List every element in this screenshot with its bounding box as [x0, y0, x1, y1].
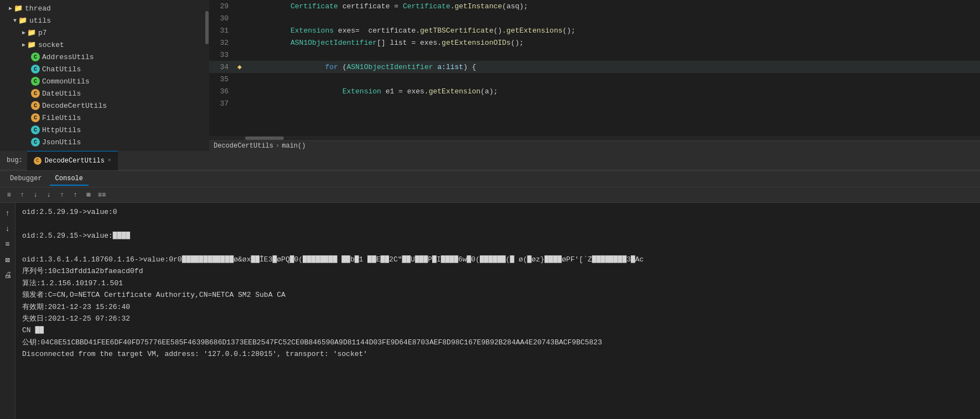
sidebar-label-addressutils: AddressUtils: [42, 53, 94, 61]
sidebar-item-socket[interactable]: ▶ 📁 socket: [0, 39, 205, 51]
class-icon-httputils: C: [31, 125, 40, 134]
sidebar-scrollbar-thumb[interactable]: [205, 11, 209, 44]
sidebar-item-addressutils[interactable]: C AddressUtils: [0, 51, 205, 63]
class-icon-addressutils: C: [31, 53, 40, 61]
folder-icon-thread: 📁: [14, 4, 23, 13]
class-icon-dateutils: C: [31, 89, 40, 98]
sidebar-item-fileutils[interactable]: C FileUtils: [0, 112, 205, 124]
sidebar-item-httputils[interactable]: C HttpUtils: [0, 124, 205, 136]
console-line-4: [22, 242, 973, 253]
sidebar-item-dateutils[interactable]: C DateUtils: [0, 87, 205, 99]
side-btn-menu[interactable]: ≡: [2, 238, 14, 250]
console-line-disconnect: Disconnected from the target VM, address…: [22, 348, 973, 360]
console-line-algo: 算法:1.2.156.10197.1.501: [22, 277, 973, 289]
class-icon-chatutils: C: [31, 65, 40, 74]
line-num-35: 35: [209, 75, 234, 83]
panel-toolbar: ≡ ↑ ↓ ↓ ↑ ↑ ⊞ ≡≡: [0, 187, 980, 203]
line-num-29: 29: [209, 2, 234, 11]
side-btn-print[interactable]: 🖨: [2, 269, 14, 281]
panel-tabs: Debugger Console: [0, 171, 980, 187]
arrow-p7: ▶: [22, 29, 25, 36]
console-output: oid:2.5.29.19->value:0 oid:2.5.29.15->va…: [15, 203, 980, 419]
toolbar-btn-up2[interactable]: ↑: [56, 190, 68, 201]
line-num-32: 32: [209, 39, 234, 47]
sidebar-item-jsonutils[interactable]: C JsonUtils: [0, 136, 205, 148]
sidebar-label-utils: utils: [29, 17, 51, 25]
line-num-37: 37: [209, 99, 234, 108]
console-line-issuer: 颁发者:C=CN,O=NETCA Certificate Authority,C…: [22, 289, 973, 301]
console-line-5: oid:1.3.6.1.4.1.18760.1.16->value:0r0███…: [22, 254, 973, 265]
panel-content: ↑ ↓ ≡ ⊠ 🖨 oid:2.5.29.19->value:0 oid:2.5…: [0, 203, 980, 419]
breadcrumb-sep: ›: [276, 142, 279, 150]
active-tab-decodecertutils[interactable]: C DecodeCertUtils ×: [27, 151, 118, 170]
toolbar-btn-list[interactable]: ≡≡: [96, 190, 107, 201]
sidebar-item-utils[interactable]: ▼ 📁 utils: [0, 14, 205, 27]
sidebar-label-chatutils: ChatUtils: [42, 65, 81, 74]
console-line-valid: 有效期:2021-12-23 15:26:40: [22, 301, 973, 313]
side-btn-grid[interactable]: ⊠: [2, 254, 14, 266]
tab-console[interactable]: Console: [50, 172, 89, 186]
side-btn-down[interactable]: ↓: [2, 223, 14, 235]
sidebar-item-decodecertutils[interactable]: C DecodeCertUtils: [0, 99, 205, 112]
console-line-1: oid:2.5.29.19->value:0: [22, 206, 973, 218]
code-line-34: 34 ◆ for (ASN1ObjectIdentifier a:list) {: [209, 61, 980, 73]
toolbar-btn-menu[interactable]: ≡: [3, 190, 14, 201]
sidebar-item-p7[interactable]: ▶ 📁 p7: [0, 27, 205, 39]
code-lines: 29 Certificate certificate = Certificate…: [209, 0, 980, 136]
line-gutter-34: ◆: [234, 62, 245, 71]
console-line-serial: 序列号:10c13dfdd1a2bfaeacd0fd: [22, 265, 973, 277]
top-area: ▶ 📁 thread ▼ 📁 utils ▶ 📁 p7 ▶ 📁 socket: [0, 0, 980, 151]
code-line-37: 37: [209, 97, 980, 109]
toolbar-btn-down1[interactable]: ↓: [30, 190, 41, 201]
class-icon-jsonutils: C: [31, 138, 40, 146]
breadcrumb-class: DecodeCertUtils: [214, 142, 273, 150]
sidebar-item-thread[interactable]: ▶ 📁 thread: [0, 2, 205, 14]
tab-label-decodecertutils: DecodeCertUtils: [45, 157, 105, 165]
breadcrumb-bar: DecodeCertUtils › main(): [209, 140, 980, 151]
tab-close-button[interactable]: ×: [108, 158, 111, 164]
sidebar-label-p7: p7: [38, 29, 47, 37]
sidebar-item-commonutils[interactable]: C CommonUtils: [0, 75, 205, 87]
toolbar-btn-down2[interactable]: ↓: [43, 190, 54, 201]
sidebar-scrollbar[interactable]: [205, 0, 209, 151]
sidebar-label-decodecertutils: DecodeCertUtils: [42, 102, 107, 110]
tabs-bar: bug: C DecodeCertUtils ×: [0, 151, 980, 170]
arrow-thread: ▶: [9, 5, 12, 12]
folder-icon-p7: 📁: [27, 28, 36, 37]
code-line-29: 29 Certificate certificate = Certificate…: [209, 0, 980, 12]
tabs-bar-prefix: bug:: [2, 154, 27, 166]
line-num-36: 36: [209, 87, 234, 96]
sidebar-label-socket: socket: [38, 41, 64, 49]
console-line-expire: 失效日:2021-12-25 07:26:32: [22, 313, 973, 324]
sidebar-label-thread: thread: [25, 4, 51, 13]
class-icon-decodecertutils: C: [31, 101, 40, 110]
folder-icon-utils: 📁: [18, 16, 27, 25]
console-line-pubkey: 公钥:04C8E51CBBD41FEE6DF40FD75776EE585F463…: [22, 337, 973, 348]
console-line-cn: CN ██: [22, 324, 973, 336]
line-num-33: 33: [209, 51, 234, 59]
class-icon-fileutils: C: [31, 113, 40, 122]
line-num-34: 34: [209, 63, 234, 71]
toolbar-btn-up3[interactable]: ↑: [70, 190, 81, 201]
sidebar-label-jsonutils: JsonUtils: [42, 138, 81, 146]
sidebar: ▶ 📁 thread ▼ 📁 utils ▶ 📁 p7 ▶ 📁 socket: [0, 0, 205, 151]
sidebar-item-chatutils[interactable]: C ChatUtils: [0, 63, 205, 75]
side-btn-up[interactable]: ↑: [2, 207, 14, 219]
sidebar-label-dateutils: DateUtils: [42, 90, 81, 98]
class-icon-commonutils: C: [31, 77, 40, 86]
console-line-3: oid:2.5.29.15->value:████: [22, 230, 973, 242]
code-line-36: 36 Extension e1 = exes.getExtension(a);: [209, 85, 980, 97]
tab-debugger[interactable]: Debugger: [4, 172, 48, 186]
toolbar-btn-grid[interactable]: ⊞: [83, 190, 94, 201]
toolbar-btn-up1[interactable]: ↑: [17, 190, 28, 201]
code-line-32: 32 ASN1ObjectIdentifier[] list = exes.ge…: [209, 36, 980, 49]
sidebar-label-commonutils: CommonUtils: [42, 77, 90, 86]
sidebar-label-fileutils: FileUtils: [42, 114, 81, 122]
folder-icon-socket: 📁: [27, 40, 36, 49]
side-buttons: ↑ ↓ ≡ ⊠ 🖨: [0, 203, 15, 419]
arrow-utils: ▼: [13, 18, 17, 24]
arrow-socket: ▶: [22, 41, 25, 48]
console-line-2: [22, 218, 973, 229]
sidebar-label-httputils: HttpUtils: [42, 126, 81, 134]
bottom-panel: Debugger Console ≡ ↑ ↓ ↓ ↑ ↑ ⊞ ≡≡ ↑ ↓ ≡ …: [0, 170, 980, 419]
